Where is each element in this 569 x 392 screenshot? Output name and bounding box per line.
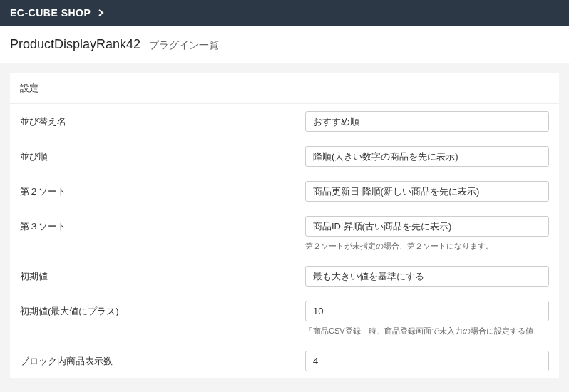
label-sort-name: 並び替え名 — [20, 111, 305, 128]
label-second-sort: 第２ソート — [20, 181, 305, 198]
form-row-third-sort: 第３ソート 第２ソートが未指定の場合、第２ソートになります。 — [10, 209, 559, 259]
label-third-sort: 第３ソート — [20, 216, 305, 233]
form-row-second-sort: 第２ソート — [10, 174, 559, 209]
content-area: 設定 並び替え名 並び順 第２ソート 第３ソート 第２ソートが未指定の場合、第２… — [0, 63, 569, 388]
input-initial-value[interactable] — [305, 266, 549, 287]
form-row-initial-plus: 初期値(最大値にプラス) 「商品CSV登録」時、商品登録画面で未入力の場合に設定… — [10, 294, 559, 344]
settings-panel: 設定 並び替え名 並び順 第２ソート 第３ソート 第２ソートが未指定の場合、第２… — [10, 73, 559, 378]
page-title: ProductDisplayRank42 — [10, 37, 140, 52]
chevron-right-icon[interactable] — [98, 9, 105, 16]
form-row-sort-order: 並び順 — [10, 139, 559, 174]
app-header: EC-CUBE SHOP — [0, 0, 569, 26]
label-initial-value: 初期値 — [20, 266, 305, 283]
panel-heading: 設定 — [10, 73, 559, 104]
input-initial-plus[interactable] — [305, 301, 549, 321]
page-subtitle: プラグイン一覧 — [149, 39, 219, 52]
label-initial-plus: 初期値(最大値にプラス) — [20, 301, 305, 318]
help-initial-plus: 「商品CSV登録」時、商品登録画面で未入力の場合に設定する値 — [305, 326, 549, 336]
input-sort-name[interactable] — [305, 111, 549, 132]
label-sort-order: 並び順 — [20, 146, 305, 163]
input-second-sort[interactable] — [305, 181, 549, 202]
page-title-bar: ProductDisplayRank42 プラグイン一覧 — [0, 26, 569, 63]
form-row-initial-value: 初期値 — [10, 259, 559, 294]
shop-name: EC-CUBE SHOP — [10, 7, 91, 19]
help-third-sort: 第２ソートが未指定の場合、第２ソートになります。 — [305, 241, 549, 252]
input-third-sort[interactable] — [305, 216, 549, 237]
label-block-count: ブロック内商品表示数 — [20, 351, 305, 368]
input-sort-order[interactable] — [305, 146, 549, 167]
form-row-sort-name: 並び替え名 — [10, 104, 559, 139]
form-row-block-count: ブロック内商品表示数 — [10, 344, 559, 378]
input-block-count[interactable] — [305, 351, 549, 371]
